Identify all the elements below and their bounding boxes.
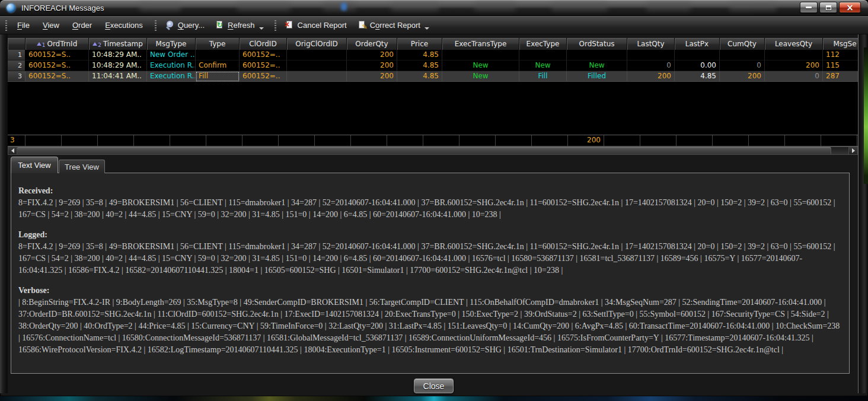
- cell-orderqty[interactable]: 200: [347, 61, 397, 71]
- tab-tree-view[interactable]: Tree View: [59, 160, 105, 173]
- cell-price[interactable]: 4.85: [397, 50, 442, 61]
- menu-item-executions[interactable]: Executions: [98, 17, 149, 33]
- menu-item-order[interactable]: Order: [66, 17, 98, 33]
- column-header-type[interactable]: Type: [196, 38, 240, 50]
- cell-price[interactable]: 4.85: [397, 71, 442, 82]
- menu-item-file[interactable]: File: [11, 17, 36, 33]
- cell-timestamp[interactable]: 11:04:41 AM..: [89, 71, 147, 82]
- tab-text-view[interactable]: Text View: [11, 157, 58, 173]
- column-header-msgtype[interactable]: MsgType: [147, 38, 196, 50]
- table-row[interactable]: 3600152=S..11:04:41 AM..Execution R..Fil…: [8, 71, 858, 82]
- cell-type[interactable]: Confirm: [196, 61, 240, 71]
- minimize-button[interactable]: [800, 2, 818, 13]
- menu-item-view[interactable]: View: [36, 17, 66, 33]
- cell-exectype[interactable]: New: [519, 61, 567, 71]
- cell-msgse[interactable]: 287: [823, 71, 858, 82]
- column-header-clordid[interactable]: ClOrdID: [240, 38, 287, 50]
- cell-msgtype[interactable]: New Order ..: [147, 50, 196, 61]
- cell-lastpx[interactable]: 4.85: [675, 71, 720, 82]
- dropdown-arrow-icon[interactable]: [425, 27, 429, 30]
- cell-exectranstype[interactable]: New: [442, 61, 519, 71]
- cell-msgse[interactable]: 115: [823, 61, 858, 71]
- column-header-timestamp[interactable]: 2Timestamp: [89, 38, 147, 50]
- toolbar-grip[interactable]: [5, 20, 7, 31]
- cell-ordtrnid[interactable]: 600152=S..: [25, 50, 89, 61]
- cell-price[interactable]: 4.85: [397, 61, 442, 71]
- column-header-ordtrnid[interactable]: 1OrdTrnId: [25, 38, 89, 50]
- cell-exectranstype[interactable]: [442, 50, 519, 61]
- toolbar-button-refresh[interactable]: Refresh: [210, 16, 269, 34]
- cell-origclordid[interactable]: [287, 71, 347, 82]
- cell-type[interactable]: [196, 50, 240, 61]
- column-header-msgse[interactable]: MsgSe: [823, 38, 858, 50]
- maximize-button[interactable]: [819, 2, 837, 13]
- cell-msgtype[interactable]: Execution R..: [147, 71, 196, 82]
- summary-cell: [62, 135, 98, 146]
- column-header-ordstatus[interactable]: OrdStatus: [567, 38, 627, 50]
- toolbar-button-cancel-report[interactable]: Cancel Report: [280, 16, 352, 34]
- scrollbar-thumb[interactable]: [17, 147, 831, 154]
- cell-leavesqty[interactable]: 0: [765, 71, 823, 82]
- cell-leavesqty[interactable]: 200: [765, 61, 823, 71]
- summary-cell: [170, 135, 206, 146]
- column-header-price[interactable]: Price: [397, 38, 442, 50]
- column-header-origclordid[interactable]: OrigClOrdID: [287, 38, 347, 50]
- scroll-left-button[interactable]: [8, 147, 17, 154]
- cell-ordtrnid[interactable]: 600152=S..: [25, 61, 89, 71]
- column-header-lastqty[interactable]: LastQty: [627, 38, 675, 50]
- cell-exectype[interactable]: Fill: [519, 71, 567, 82]
- column-header-exectranstype[interactable]: ExecTransType: [442, 38, 519, 50]
- cell-ordstatus[interactable]: New: [567, 61, 627, 71]
- column-header-label: LeavesQty: [775, 40, 812, 48]
- cell-clordid[interactable]: 600152=..: [240, 71, 287, 82]
- column-header-leavesqty[interactable]: LeavesQty: [765, 38, 823, 50]
- background-window-blur: [139, 3, 181, 11]
- column-header-exectype[interactable]: ExecType: [519, 38, 567, 50]
- section-text: 8=FIX.4.2 | 9=269 | 35=8 | 49=BROKERSIM1…: [18, 197, 842, 221]
- window-controls: [800, 2, 861, 13]
- cell-lastqty[interactable]: 0: [627, 61, 675, 71]
- cell-orderqty[interactable]: 200: [347, 50, 397, 61]
- cell-ordstatus[interactable]: [567, 50, 627, 61]
- titlebar[interactable]: INFOREACH Messages: [0, 0, 868, 16]
- cell-origclordid[interactable]: [287, 50, 347, 61]
- cell-ordtrnid[interactable]: 600152=S..: [25, 71, 89, 82]
- cell-msgse[interactable]: 112: [823, 50, 858, 61]
- table-row[interactable]: 2600152=S..10:48:29 AM..Execution R..Con…: [8, 61, 858, 71]
- toolbar-button-query[interactable]: Query...: [160, 16, 210, 34]
- cell-exectranstype[interactable]: New: [442, 71, 519, 82]
- cell-timestamp[interactable]: 10:48:29 AM..: [89, 50, 147, 61]
- cell-cumqty[interactable]: [720, 50, 765, 61]
- cell-orderqty[interactable]: 200: [347, 71, 397, 82]
- cell-type[interactable]: Fill: [196, 71, 240, 82]
- close-button[interactable]: Close: [414, 378, 454, 393]
- cell-timestamp[interactable]: 10:48:29 AM..: [89, 61, 147, 71]
- cell-cumqty[interactable]: 0: [720, 61, 765, 71]
- cell-clordid[interactable]: 600152=..: [240, 61, 287, 71]
- cell-msgtype[interactable]: Execution R..: [147, 61, 196, 71]
- cell-lastpx[interactable]: [675, 50, 720, 61]
- cell-origclordid[interactable]: [287, 61, 347, 71]
- cell-lastqty[interactable]: [627, 50, 675, 61]
- toolbar-grip[interactable]: [155, 20, 157, 31]
- cell-exectype[interactable]: [519, 50, 567, 61]
- column-header-lastpx[interactable]: LastPx: [675, 38, 720, 50]
- cell-ordstatus[interactable]: Filled: [567, 71, 627, 82]
- summary-cell: [749, 135, 785, 146]
- column-header-rownum[interactable]: [8, 38, 25, 50]
- dropdown-arrow-icon[interactable]: [259, 27, 264, 30]
- section-label: Logged:: [18, 229, 842, 241]
- column-header-cumqty[interactable]: CumQty: [720, 38, 765, 50]
- toolbar-grip[interactable]: [275, 20, 276, 31]
- cell-cumqty[interactable]: 200: [720, 71, 765, 82]
- cell-lastqty[interactable]: 200: [627, 71, 675, 82]
- table-row[interactable]: 1600152=S..10:48:29 AM..New Order ..6001…: [8, 50, 858, 61]
- cell-lastpx[interactable]: 0.00: [675, 61, 720, 71]
- cell-clordid[interactable]: 600152=..: [240, 50, 287, 61]
- close-window-button[interactable]: [839, 2, 861, 13]
- column-header-orderqty[interactable]: OrderQty: [347, 38, 397, 50]
- toolbar-button-correct-report[interactable]: Correct Report: [352, 16, 435, 34]
- cell-leavesqty[interactable]: [765, 50, 823, 61]
- horizontal-scrollbar[interactable]: [8, 147, 858, 155]
- scroll-right-button[interactable]: [848, 147, 857, 154]
